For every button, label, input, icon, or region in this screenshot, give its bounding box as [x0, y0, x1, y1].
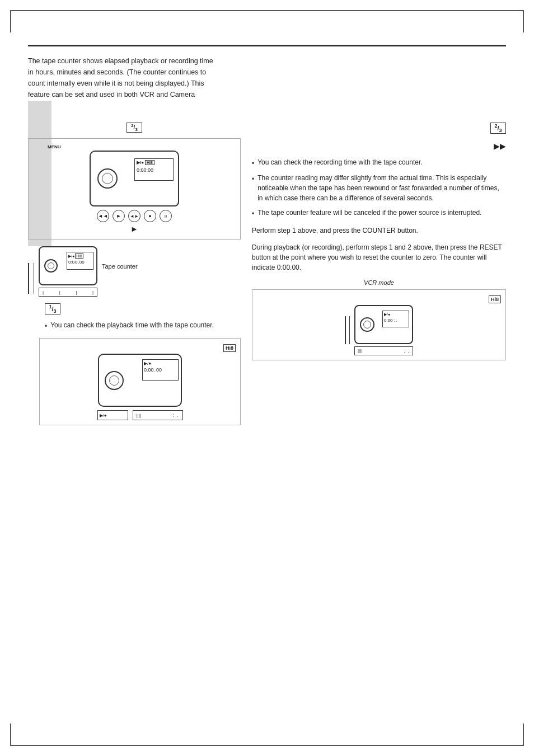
- vcr-tick1: [345, 316, 346, 344]
- main-columns: 2/3 MENU: [28, 123, 506, 432]
- large-cam-lens: [105, 371, 124, 390]
- right-bullet3: • The tape counter feature will be cance…: [252, 208, 506, 219]
- step4-text: Perform step 1 above, and press the COUN…: [252, 226, 506, 236]
- menu-label: MENU: [48, 144, 61, 149]
- display-icon1: ▶/●: [137, 160, 144, 165]
- page-content: The tape counter shows elapsed playback …: [28, 45, 506, 722]
- large-counter: 0:00.00: [144, 367, 177, 373]
- small-cam-display: ▶/● Hi8 0:00.00: [67, 252, 93, 270]
- bottom-rule: [32, 745, 502, 746]
- cam-shell: ▶/● Hi8 0:00:00: [90, 151, 179, 206]
- camcorder-body: ▶/● Hi8 0:00:00: [90, 151, 179, 206]
- large-cam-lens-inner: [109, 375, 119, 386]
- rewind-btn[interactable]: ◄◄: [97, 210, 109, 222]
- vcr-display-top: ▶/●: [384, 312, 407, 317]
- tick2: [34, 263, 35, 294]
- small-counter: 0:00.00: [68, 260, 92, 265]
- small-cam-body: ▶/● Hi8 0:00.00: [39, 246, 97, 285]
- large-cam: ▶/● 0:00.00: [98, 354, 182, 407]
- right-column: 2/3 ▶▶ • You can check the recording tim…: [252, 123, 506, 432]
- vcr-tick2: [349, 316, 350, 344]
- small-cam-wrapper: ▶/● Hi8 0:00.00 | |: [39, 246, 97, 297]
- small-panel-strip: | | | |: [39, 288, 97, 297]
- small-cam-lens: [44, 259, 58, 273]
- counter-display: 0:00:00: [135, 166, 173, 174]
- right-step4: Perform step 1 above, and press the COUN…: [252, 226, 506, 236]
- step2-bullet-text: You can check the playback time with the…: [50, 320, 214, 330]
- step2-bullet: • You can check the playback time with t…: [45, 320, 241, 331]
- vcr-hi8-badge: Hi8: [489, 295, 501, 303]
- step2-section: 1/3 • You can check the playback time wi…: [28, 303, 241, 331]
- small-cam-lens-inner: [48, 262, 54, 269]
- small-display-icons: ▶/● Hi8: [68, 253, 92, 259]
- corner-tr: [502, 10, 524, 32]
- right-step1-badge-area: 2/3: [252, 123, 506, 137]
- large-bottom-row: ▶/● |||| : .: [97, 410, 183, 420]
- large-diagram-box: Hi8 ▶/●: [39, 338, 241, 425]
- vcr-tick-lines: [345, 316, 350, 344]
- right-bullet1-text: You can check the recording time with th…: [257, 157, 422, 167]
- cam-lens-inner: [102, 173, 113, 184]
- step1-diagram: MENU ▶/●: [28, 138, 241, 240]
- hi8-badge: Hi8: [223, 344, 236, 352]
- stepfwd-btn[interactable]: ◄►: [128, 210, 140, 222]
- right-step1-badge: 2/3: [490, 123, 506, 134]
- large-panel-strip: |||| : .: [133, 410, 183, 420]
- corner-br: [502, 724, 524, 746]
- step2-badge: 1/3: [45, 303, 60, 314]
- step1-lower-diagram: ▶/● Hi8 0:00.00 | |: [28, 246, 241, 297]
- vcr-cam-lens-inner: [363, 321, 371, 328]
- vcr-cam-display: ▶/● 0:00 : .: [382, 311, 409, 327]
- step5-text: During playback (or recording), perform …: [252, 242, 506, 273]
- stop-btn[interactable]: ●: [144, 210, 156, 222]
- cam-lens: [97, 168, 118, 189]
- panel-tick2: |: [59, 290, 60, 295]
- ff-symbol: ▶▶: [252, 142, 506, 151]
- hi8-top: Hi8: [223, 343, 236, 351]
- hi8-badge-main: Hi8: [145, 160, 154, 165]
- panel-tick1: |: [43, 290, 44, 295]
- step1-section: 2/3 MENU: [28, 123, 241, 240]
- right-bullet2: • The counter reading may differ slightl…: [252, 173, 506, 203]
- large-display-top: ▶/●: [144, 361, 177, 366]
- tick1: [28, 263, 29, 294]
- play-arrow: ►: [130, 224, 138, 233]
- step2-large-diagram: Hi8 ▶/●: [28, 338, 241, 425]
- right-step1: 2/3 ▶▶: [252, 123, 506, 151]
- panel-tick4: |: [92, 290, 93, 295]
- vcr-panel-strip: |||| : .: [354, 346, 413, 355]
- vcr-diagram-inner: ▶/● 0:00 : . |||| : .: [345, 305, 413, 355]
- tick-lines: [28, 263, 34, 294]
- vcr-hi8-top: Hi8: [489, 294, 501, 303]
- right-step3: • You can check the recording time with …: [252, 157, 506, 219]
- large-cam-body: ▶/● 0:00.00: [98, 354, 182, 407]
- title-bar: [28, 45, 506, 46]
- vcr-cam-body: ▶/● 0:00 : .: [354, 305, 413, 344]
- pause-btn[interactable]: II: [160, 210, 172, 222]
- vcr-small-cam: ▶/● 0:00 : . |||| : .: [354, 305, 413, 355]
- large-icon-strip: ▶/●: [97, 410, 128, 420]
- step2-badge-wrapper: 1/3: [45, 303, 241, 318]
- large-cam-display: ▶/● 0:00.00: [142, 359, 179, 381]
- play-btn[interactable]: ►: [113, 210, 125, 222]
- right-bullet2-text: The counter reading may differ slightly …: [257, 173, 506, 203]
- step1-lower-section: ▶/● Hi8 0:00.00 | |: [28, 246, 241, 297]
- right-bullet3-text: The tape counter feature will be cancele…: [257, 208, 481, 218]
- corner-tl: [10, 10, 32, 32]
- top-rule: [32, 10, 502, 11]
- left-column: 2/3 MENU: [28, 123, 241, 432]
- tape-counter-label: Tape counter: [102, 263, 138, 270]
- controls-row: ◄◄ ► ◄► ● II: [97, 210, 172, 222]
- vcr-cam-lens: [360, 317, 374, 332]
- cam-display: ▶/● Hi8 0:00:00: [134, 158, 174, 181]
- display-icons: ▶/● Hi8: [135, 159, 173, 166]
- corner-bl: [10, 724, 32, 746]
- intro-text: The tape counter shows elapsed playback …: [28, 55, 218, 111]
- right-bullet1: • You can check the recording time with …: [252, 157, 506, 168]
- vcr-counter: 0:00 : .: [384, 318, 407, 323]
- step1-badge: 2/3: [127, 123, 142, 133]
- vcr-diagram: Hi8: [252, 289, 506, 360]
- panel-tick3: |: [76, 290, 77, 295]
- right-step5: During playback (or recording), perform …: [252, 242, 506, 273]
- vcr-mode-label: VCR mode: [252, 279, 506, 286]
